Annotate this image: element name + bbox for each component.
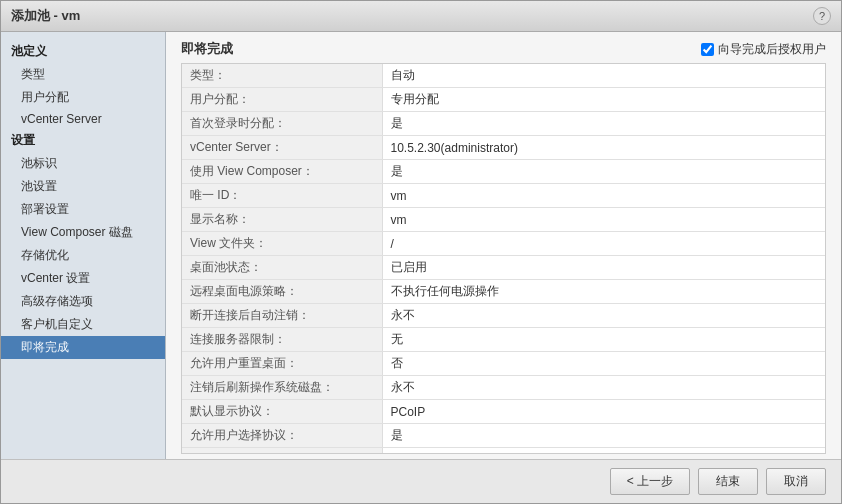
table-row: 使用 View Composer：是: [182, 160, 825, 184]
table-key: 3D 呈现器：: [182, 448, 382, 455]
table-row: 允许用户选择协议：是: [182, 424, 825, 448]
table-value: 无: [382, 328, 825, 352]
table-key: 允许用户选择协议：: [182, 424, 382, 448]
main-panel: 即将完成 向导完成后授权用户 类型：自动用户分配：专用分配首次登录时分配：是vC…: [166, 32, 841, 459]
main-header: 即将完成 向导完成后授权用户: [166, 32, 841, 63]
main-title: 即将完成: [181, 40, 233, 58]
table-value: 专用分配: [382, 88, 825, 112]
sidebar-item-vcenter-settings[interactable]: vCenter 设置: [1, 267, 165, 290]
summary-table-area: 类型：自动用户分配：专用分配首次登录时分配：是vCenter Server：10…: [181, 63, 826, 454]
table-value: vm: [382, 184, 825, 208]
table-value: 是: [382, 424, 825, 448]
table-row: vCenter Server：10.5.2.30(administrator): [182, 136, 825, 160]
table-key: 允许用户重置桌面：: [182, 352, 382, 376]
table-key: 连接服务器限制：: [182, 328, 382, 352]
authorize-users-label[interactable]: 向导完成后授权用户: [701, 41, 826, 58]
table-value: 已启用: [382, 256, 825, 280]
authorize-users-text: 向导完成后授权用户: [718, 41, 826, 58]
table-key: 首次登录时分配：: [182, 112, 382, 136]
table-key: 类型：: [182, 64, 382, 88]
footer: < 上一步 结束 取消: [1, 459, 841, 503]
table-value: 已禁用: [382, 448, 825, 455]
table-row: 允许用户重置桌面：否: [182, 352, 825, 376]
table-row: View 文件夹：/: [182, 232, 825, 256]
table-row: 首次登录时分配：是: [182, 112, 825, 136]
table-key: View 文件夹：: [182, 232, 382, 256]
table-row: 连接服务器限制：无: [182, 328, 825, 352]
sidebar-item-view-composer-disk[interactable]: View Composer 磁盘: [1, 221, 165, 244]
table-value: vm: [382, 208, 825, 232]
dialog: 添加池 - vm ? 池定义 类型 用户分配 vCenter Server 设置…: [0, 0, 842, 504]
table-value: 否: [382, 352, 825, 376]
table-row: 类型：自动: [182, 64, 825, 88]
sidebar-item-finish[interactable]: 即将完成: [1, 336, 165, 359]
table-row: 远程桌面电源策略：不执行任何电源操作: [182, 280, 825, 304]
finish-button[interactable]: 结束: [698, 468, 758, 495]
table-value: 是: [382, 160, 825, 184]
table-value: 自动: [382, 64, 825, 88]
sidebar-item-vcenter[interactable]: vCenter Server: [1, 109, 165, 129]
sidebar-section-2: 设置: [1, 129, 165, 152]
sidebar-item-user-assign[interactable]: 用户分配: [1, 86, 165, 109]
table-value: 不执行任何电源操作: [382, 280, 825, 304]
cancel-button[interactable]: 取消: [766, 468, 826, 495]
sidebar: 池定义 类型 用户分配 vCenter Server 设置 池标识 池设置 部署…: [1, 32, 166, 459]
table-key: 桌面池状态：: [182, 256, 382, 280]
table-key: vCenter Server：: [182, 136, 382, 160]
content-area: 池定义 类型 用户分配 vCenter Server 设置 池标识 池设置 部署…: [1, 32, 841, 459]
authorize-users-checkbox[interactable]: [701, 43, 714, 56]
table-row: 用户分配：专用分配: [182, 88, 825, 112]
table-value: /: [382, 232, 825, 256]
table-key: 注销后刷新操作系统磁盘：: [182, 376, 382, 400]
table-row: 断开连接后自动注销：永不: [182, 304, 825, 328]
table-row: 唯一 ID：vm: [182, 184, 825, 208]
title-bar: 添加池 - vm ?: [1, 1, 841, 32]
sidebar-item-guest-custom[interactable]: 客户机自定义: [1, 313, 165, 336]
sidebar-item-type[interactable]: 类型: [1, 63, 165, 86]
table-row: 注销后刷新操作系统磁盘：永不: [182, 376, 825, 400]
table-value: 永不: [382, 376, 825, 400]
table-value: 永不: [382, 304, 825, 328]
table-key: 唯一 ID：: [182, 184, 382, 208]
sidebar-item-advanced-storage[interactable]: 高级存储选项: [1, 290, 165, 313]
back-button[interactable]: < 上一步: [610, 468, 690, 495]
summary-table: 类型：自动用户分配：专用分配首次登录时分配：是vCenter Server：10…: [182, 64, 825, 454]
table-key: 使用 View Composer：: [182, 160, 382, 184]
table-value: 10.5.2.30(administrator): [382, 136, 825, 160]
table-key: 显示名称：: [182, 208, 382, 232]
table-row: 默认显示协议：PCoIP: [182, 400, 825, 424]
dialog-title: 添加池 - vm: [11, 7, 80, 25]
sidebar-item-deploy-settings[interactable]: 部署设置: [1, 198, 165, 221]
table-key: 默认显示协议：: [182, 400, 382, 424]
table-row: 显示名称：vm: [182, 208, 825, 232]
sidebar-item-pool-id[interactable]: 池标识: [1, 152, 165, 175]
help-button[interactable]: ?: [813, 7, 831, 25]
sidebar-section-1: 池定义: [1, 40, 165, 63]
sidebar-item-pool-settings[interactable]: 池设置: [1, 175, 165, 198]
table-key: 断开连接后自动注销：: [182, 304, 382, 328]
table-row: 桌面池状态：已启用: [182, 256, 825, 280]
table-value: PCoIP: [382, 400, 825, 424]
table-row: 3D 呈现器：已禁用: [182, 448, 825, 455]
table-key: 远程桌面电源策略：: [182, 280, 382, 304]
table-value: 是: [382, 112, 825, 136]
table-key: 用户分配：: [182, 88, 382, 112]
sidebar-item-storage-opt[interactable]: 存储优化: [1, 244, 165, 267]
